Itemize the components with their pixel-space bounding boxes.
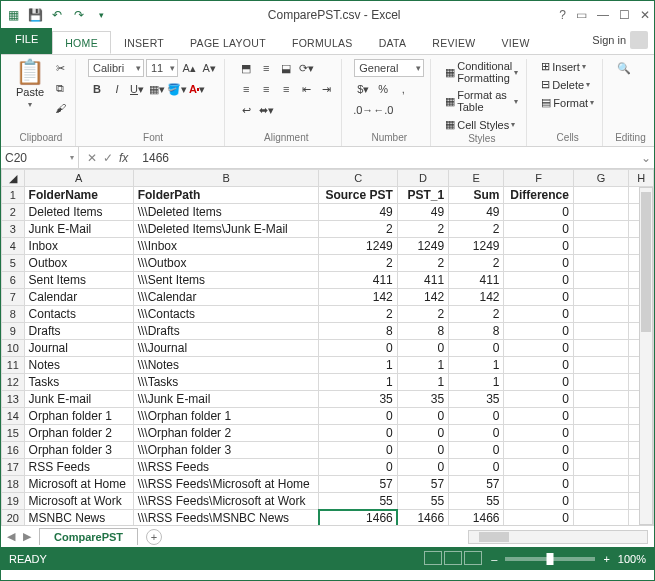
cell-C3[interactable]: 2 <box>319 221 397 238</box>
cell-B1[interactable]: FolderPath <box>133 187 319 204</box>
cell-E2[interactable]: 49 <box>449 204 504 221</box>
increase-font-icon[interactable]: A▴ <box>180 59 198 77</box>
tab-home[interactable]: HOME <box>52 31 111 54</box>
cell-A4[interactable]: Inbox <box>24 238 133 255</box>
cell-D9[interactable]: 8 <box>397 323 448 340</box>
align-center-icon[interactable]: ≡ <box>257 80 275 98</box>
number-format-select[interactable]: General <box>354 59 424 77</box>
cell-F18[interactable]: 0 <box>504 476 573 493</box>
cell-C7[interactable]: 142 <box>319 289 397 306</box>
tab-data[interactable]: DATA <box>366 31 420 54</box>
cell-A7[interactable]: Calendar <box>24 289 133 306</box>
cell-C19[interactable]: 55 <box>319 493 397 510</box>
cell-G7[interactable] <box>573 289 628 306</box>
zoom-in-button[interactable]: + <box>603 553 609 565</box>
font-color-icon[interactable]: A▾ <box>188 80 206 98</box>
increase-indent-icon[interactable]: ⇥ <box>317 80 335 98</box>
cell-D6[interactable]: 411 <box>397 272 448 289</box>
row-header-14[interactable]: 14 <box>2 408 25 425</box>
cell-E18[interactable]: 57 <box>449 476 504 493</box>
cell-A11[interactable]: Notes <box>24 357 133 374</box>
cell-E8[interactable]: 2 <box>449 306 504 323</box>
italic-icon[interactable]: I <box>108 80 126 98</box>
cell-B16[interactable]: \\\Orphan folder 3 <box>133 442 319 459</box>
cell-F3[interactable]: 0 <box>504 221 573 238</box>
cell-E10[interactable]: 0 <box>449 340 504 357</box>
ribbon-options-icon[interactable]: ▭ <box>576 8 587 22</box>
cell-F7[interactable]: 0 <box>504 289 573 306</box>
close-icon[interactable]: ✕ <box>640 8 650 22</box>
row-header-17[interactable]: 17 <box>2 459 25 476</box>
col-header-G[interactable]: G <box>573 170 628 187</box>
cell-A12[interactable]: Tasks <box>24 374 133 391</box>
cell-G12[interactable] <box>573 374 628 391</box>
cell-B6[interactable]: \\\Sent Items <box>133 272 319 289</box>
border-icon[interactable]: ▦▾ <box>148 80 166 98</box>
cell-G19[interactable] <box>573 493 628 510</box>
cell-D15[interactable]: 0 <box>397 425 448 442</box>
cell-F10[interactable]: 0 <box>504 340 573 357</box>
row-header-5[interactable]: 5 <box>2 255 25 272</box>
row-header-7[interactable]: 7 <box>2 289 25 306</box>
cell-B15[interactable]: \\\Orphan folder 2 <box>133 425 319 442</box>
cell-E19[interactable]: 55 <box>449 493 504 510</box>
underline-icon[interactable]: U▾ <box>128 80 146 98</box>
cell-C11[interactable]: 1 <box>319 357 397 374</box>
cell-D5[interactable]: 2 <box>397 255 448 272</box>
cell-G16[interactable] <box>573 442 628 459</box>
cell-G6[interactable] <box>573 272 628 289</box>
decrease-decimal-icon[interactable]: ←.0 <box>374 101 392 119</box>
tab-review[interactable]: REVIEW <box>419 31 488 54</box>
cell-D12[interactable]: 1 <box>397 374 448 391</box>
cell-C18[interactable]: 57 <box>319 476 397 493</box>
row-header-11[interactable]: 11 <box>2 357 25 374</box>
cell-A1[interactable]: FolderName <box>24 187 133 204</box>
increase-decimal-icon[interactable]: .0→ <box>354 101 372 119</box>
cell-D13[interactable]: 35 <box>397 391 448 408</box>
cell-A3[interactable]: Junk E-Mail <box>24 221 133 238</box>
cell-D7[interactable]: 142 <box>397 289 448 306</box>
cell-F15[interactable]: 0 <box>504 425 573 442</box>
qat-undo-icon[interactable]: ↶ <box>49 7 65 23</box>
cell-C8[interactable]: 2 <box>319 306 397 323</box>
cell-B10[interactable]: \\\Journal <box>133 340 319 357</box>
cell-C20[interactable]: 1466 <box>319 510 397 526</box>
orientation-icon[interactable]: ⟳▾ <box>297 59 315 77</box>
cell-F14[interactable]: 0 <box>504 408 573 425</box>
cell-B12[interactable]: \\\Tasks <box>133 374 319 391</box>
sheet-nav-next-icon[interactable]: ▶ <box>23 530 31 543</box>
help-icon[interactable]: ? <box>559 8 566 22</box>
cell-C1[interactable]: Source PST <box>319 187 397 204</box>
col-header-F[interactable]: F <box>504 170 573 187</box>
cell-A15[interactable]: Orphan folder 2 <box>24 425 133 442</box>
font-size-select[interactable]: 11 <box>146 59 178 77</box>
qat-customize-icon[interactable]: ▾ <box>93 7 109 23</box>
cell-A10[interactable]: Journal <box>24 340 133 357</box>
cell-E12[interactable]: 1 <box>449 374 504 391</box>
cell-C2[interactable]: 49 <box>319 204 397 221</box>
cell-F4[interactable]: 0 <box>504 238 573 255</box>
cell-A5[interactable]: Outbox <box>24 255 133 272</box>
cell-G13[interactable] <box>573 391 628 408</box>
col-header-C[interactable]: C <box>319 170 397 187</box>
cell-E7[interactable]: 142 <box>449 289 504 306</box>
tab-page-layout[interactable]: PAGE LAYOUT <box>177 31 279 54</box>
cell-C12[interactable]: 1 <box>319 374 397 391</box>
row-header-18[interactable]: 18 <box>2 476 25 493</box>
cell-D3[interactable]: 2 <box>397 221 448 238</box>
bold-icon[interactable]: B <box>88 80 106 98</box>
cell-F12[interactable]: 0 <box>504 374 573 391</box>
cell-G4[interactable] <box>573 238 628 255</box>
cell-B17[interactable]: \\\RSS Feeds <box>133 459 319 476</box>
tab-view[interactable]: VIEW <box>489 31 543 54</box>
row-header-1[interactable]: 1 <box>2 187 25 204</box>
cell-B8[interactable]: \\\Contacts <box>133 306 319 323</box>
cell-D4[interactable]: 1249 <box>397 238 448 255</box>
cell-F17[interactable]: 0 <box>504 459 573 476</box>
cell-E1[interactable]: Sum <box>449 187 504 204</box>
cell-A16[interactable]: Orphan folder 3 <box>24 442 133 459</box>
row-header-10[interactable]: 10 <box>2 340 25 357</box>
cell-E13[interactable]: 35 <box>449 391 504 408</box>
copy-icon[interactable]: ⧉ <box>51 79 69 97</box>
enter-formula-icon[interactable]: ✓ <box>103 151 113 165</box>
